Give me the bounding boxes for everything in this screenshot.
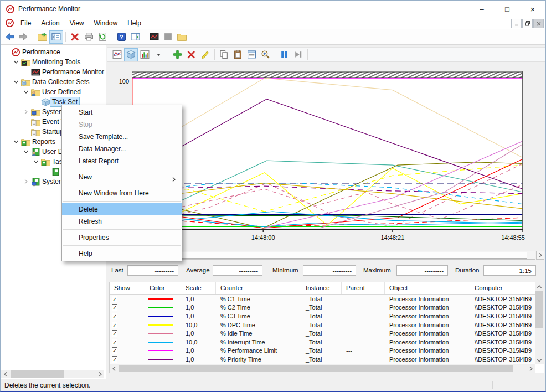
color-swatch-line [148,333,173,334]
view-current-activity-button[interactable] [110,48,124,61]
column-header-parent[interactable]: Parent [342,282,385,294]
context-menu-item-new-window-from-here[interactable]: New Window from Here [62,187,182,199]
tree-item-data-collector-sets[interactable]: Data Collector Sets [1,77,106,87]
tree-item-monitoring-tools[interactable]: Monitoring Tools [1,57,106,67]
gray-box-button[interactable] [161,30,175,44]
minimize-button[interactable]: – [469,1,495,17]
context-menu: StartStopSave Template...Data Manager...… [61,105,182,261]
scroll-down-icon[interactable] [535,356,544,364]
context-menu-item-save-template-[interactable]: Save Template... [62,131,182,143]
zoom-button[interactable] [259,48,272,61]
chevron-down-icon[interactable] [12,139,20,145]
column-header-counter[interactable]: Counter [216,282,301,294]
chevron-down-icon[interactable] [12,59,20,65]
add-counter-button[interactable] [171,48,184,61]
help-button[interactable]: ? [115,30,128,44]
chevron-down-icon[interactable] [12,79,20,85]
freeze-display-button[interactable] [277,48,291,61]
show-checkbox[interactable]: ✓ [112,304,117,311]
counter-row[interactable]: ✓1,0% C1 Time_Total---Processor Informat… [110,295,544,303]
update-data-button[interactable] [291,48,305,61]
mdi-restore-button[interactable] [522,19,533,28]
copy-properties-button[interactable] [217,48,231,61]
view-graph-button[interactable] [124,48,138,61]
menu-help[interactable]: Help [122,18,146,28]
menu-file[interactable]: File [16,18,36,28]
delete-counter-button[interactable] [184,48,198,61]
counter-row[interactable]: ✓1,0% Idle Time_Total---Processor Inform… [110,329,544,338]
column-header-object[interactable]: Object [385,282,470,294]
context-menu-item-refresh[interactable]: Refresh [62,215,182,228]
column-header-computer[interactable]: Computer [470,282,537,294]
column-header-show[interactable]: Show [110,282,145,294]
tree-item-performance-monitor[interactable]: Performance Monitor [1,67,106,77]
print-button[interactable] [82,30,96,44]
back-arrow-button[interactable] [3,30,17,44]
show-hide-console-tree-button[interactable] [49,30,63,44]
view-histogram-button[interactable] [138,48,152,61]
forward-arrow-button[interactable] [17,30,30,44]
chevron-down-icon[interactable] [22,89,30,95]
color-swatch-line [148,298,173,300]
show-checkbox[interactable]: ✓ [112,330,117,337]
context-menu-item-delete[interactable]: Delete [62,203,182,215]
counter-list-header[interactable]: ShowColorScaleCounterInstanceParentObjec… [110,282,544,295]
scroll-left-icon[interactable] [110,364,118,373]
show-checkbox[interactable]: ✓ [112,296,117,302]
highlight-button[interactable] [198,48,212,61]
counter-row[interactable]: ✓1,0% C2 Time_Total---Processor Informat… [110,303,544,312]
counter-list-horizontal-scrollbar[interactable] [110,364,535,373]
export-folder-button[interactable] [35,30,49,44]
delete-x-button[interactable] [68,30,82,44]
scroll-right-icon[interactable] [527,364,535,373]
mdi-child-icon[interactable] [5,18,14,28]
cell-object: Processor Information [385,296,470,302]
counter-row[interactable]: ✓1,0% C3 Time_Total---Processor Informat… [110,312,544,321]
counter-row[interactable]: ✓10,0% DPC Time_Total---Processor Inform… [110,321,544,329]
counter-row[interactable]: ✓10,0% Interrupt Time_Total---Processor … [110,338,544,347]
context-menu-item-help[interactable]: Help [62,247,182,260]
counter-row[interactable]: ✓1,0% Performance Limit_Total---Processo… [110,347,544,355]
show-checkbox[interactable]: ✓ [112,322,117,328]
context-menu-item-latest-report[interactable]: Latest Report [62,155,182,167]
scroll-right-icon[interactable] [96,370,104,378]
scroll-up-icon[interactable] [535,282,544,291]
scroll-right-icon[interactable] [536,251,544,260]
tree-item-performance[interactable]: Performance [1,47,106,57]
chevron-right-icon[interactable] [22,179,30,184]
scroll-left-icon[interactable] [1,370,9,378]
menu-action[interactable]: Action [36,18,64,28]
menu-window[interactable]: Window [89,18,123,28]
refresh-button[interactable] [96,30,110,44]
show-checkbox[interactable]: ✓ [112,356,117,363]
context-menu-item-properties[interactable]: Properties [62,231,182,244]
tree-item-label: User Defined [40,87,83,96]
perfmon-chart-button[interactable] [147,30,161,44]
context-menu-item-data-manager-[interactable]: Data Manager... [62,143,182,155]
chevron-down-icon[interactable] [22,149,30,154]
properties-button[interactable] [245,48,259,61]
context-menu-item-new[interactable]: New [62,171,182,183]
show-hide-action-pane-button[interactable] [128,30,142,44]
show-checkbox[interactable]: ✓ [112,347,117,354]
counter-row[interactable]: ✓1,0% Priority Time_Total---Processor In… [110,355,544,364]
folder-button[interactable] [175,30,189,44]
counter-list-vertical-scrollbar[interactable] [535,282,544,364]
column-header-instance[interactable]: Instance [301,282,342,294]
mdi-minimize-button[interactable] [511,19,522,28]
show-checkbox[interactable]: ✓ [112,313,117,319]
tree-horizontal-scrollbar[interactable] [1,370,104,378]
close-button[interactable]: × [520,1,545,17]
tree-item-user-defined[interactable]: User Defined [1,87,106,97]
menu-view[interactable]: View [65,18,89,28]
maximize-button[interactable]: □ [495,1,520,17]
mdi-close-button[interactable] [533,19,544,28]
chevron-down-icon[interactable] [32,159,40,164]
chevron-right-icon[interactable] [22,109,30,115]
column-header-scale[interactable]: Scale [181,282,216,294]
show-checkbox[interactable]: ✓ [112,339,117,345]
paste-counter-list-button[interactable] [231,48,245,61]
column-header-color[interactable]: Color [145,282,181,294]
context-menu-item-start[interactable]: Start [62,106,182,118]
dropdown-arrow-button[interactable] [152,48,166,61]
